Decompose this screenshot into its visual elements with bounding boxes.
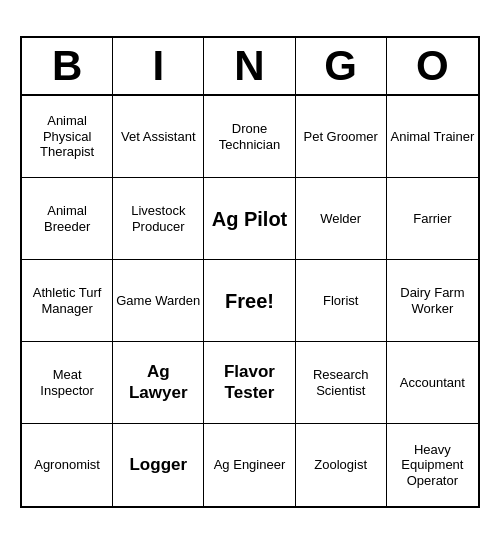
bingo-cell: Research Scientist	[296, 342, 387, 424]
bingo-cell: Animal Trainer	[387, 96, 478, 178]
bingo-cell: Logger	[113, 424, 204, 506]
bingo-cell: Drone Technician	[204, 96, 295, 178]
bingo-cell: Game Warden	[113, 260, 204, 342]
bingo-cell: Free!	[204, 260, 295, 342]
bingo-cell: Pet Groomer	[296, 96, 387, 178]
bingo-cell: Welder	[296, 178, 387, 260]
bingo-cell: Meat Inspector	[22, 342, 113, 424]
bingo-cell: Ag Pilot	[204, 178, 295, 260]
bingo-cell: Athletic Turf Manager	[22, 260, 113, 342]
bingo-cell: Vet Assistant	[113, 96, 204, 178]
bingo-header: BINGO	[22, 38, 478, 96]
bingo-cell: Ag Engineer	[204, 424, 295, 506]
bingo-card: BINGO Animal Physical TherapistVet Assis…	[20, 36, 480, 508]
bingo-cell: Farrier	[387, 178, 478, 260]
bingo-cell: Livestock Producer	[113, 178, 204, 260]
bingo-cell: Ag Lawyer	[113, 342, 204, 424]
bingo-cell: Heavy Equipment Operator	[387, 424, 478, 506]
bingo-cell: Florist	[296, 260, 387, 342]
bingo-letter: N	[204, 38, 295, 94]
bingo-letter: B	[22, 38, 113, 94]
bingo-letter: G	[296, 38, 387, 94]
bingo-letter: I	[113, 38, 204, 94]
bingo-cell: Agronomist	[22, 424, 113, 506]
bingo-cell: Accountant	[387, 342, 478, 424]
bingo-cell: Animal Breeder	[22, 178, 113, 260]
bingo-cell: Animal Physical Therapist	[22, 96, 113, 178]
bingo-letter: O	[387, 38, 478, 94]
bingo-cell: Zoologist	[296, 424, 387, 506]
bingo-cell: Dairy Farm Worker	[387, 260, 478, 342]
bingo-cell: Flavor Tester	[204, 342, 295, 424]
bingo-grid: Animal Physical TherapistVet AssistantDr…	[22, 96, 478, 506]
